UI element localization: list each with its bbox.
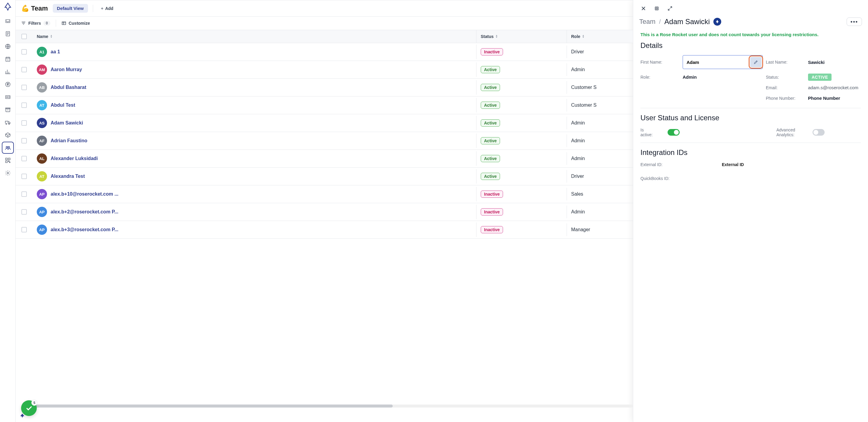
row-name[interactable]: Adrian Faustino [51, 138, 87, 144]
table-row[interactable]: AB Abdul Basharat Active Customer S [16, 79, 633, 96]
customize-label: Customize [69, 21, 90, 26]
email-value[interactable]: adam.s@roserocket.com [808, 85, 861, 90]
table-row[interactable]: AT Abdul Test Active Customer S [16, 96, 633, 114]
nav-id-icon[interactable] [2, 91, 14, 103]
sidebar-nav: 31 [0, 0, 16, 422]
row-checkbox[interactable] [22, 120, 27, 126]
row-name[interactable]: Alexander Luksidadi [51, 156, 98, 161]
row-checkbox[interactable] [22, 138, 27, 144]
divider [641, 108, 861, 108]
row-name[interactable]: Alexandra Test [51, 174, 85, 179]
row-checkbox[interactable] [22, 85, 27, 90]
row-checkbox[interactable] [22, 209, 27, 215]
table-row[interactable]: AP alex.b+2@roserocket.com P... Inactive… [16, 203, 633, 221]
quickbooks-row: QuickBooks ID: [641, 176, 861, 181]
horizontal-scrollbar[interactable] [33, 404, 633, 408]
table-row[interactable]: A1 aa 1 Inactive Driver [16, 43, 633, 61]
row-role: Admin [571, 209, 585, 215]
nav-settings-icon[interactable] [2, 167, 14, 179]
sort-icon: ▲▼ [50, 35, 53, 38]
first-name-field[interactable] [683, 55, 763, 69]
app-logo[interactable] [4, 2, 12, 11]
customize-button[interactable]: Customize [61, 21, 90, 26]
first-name-label: First Name: [641, 60, 680, 64]
quickbooks-label: QuickBooks ID: [641, 176, 710, 181]
title-avatar [713, 18, 721, 26]
row-checkbox[interactable] [22, 67, 27, 72]
table-row[interactable]: AL Alexander Luksidadi Active Admin [16, 150, 633, 168]
more-menu-button[interactable]: ••• [846, 18, 862, 26]
status-badge: ACTIVE [808, 73, 832, 81]
avatar: AP [37, 207, 47, 217]
table-row[interactable]: AM Aaron Murray Active Admin [16, 61, 633, 79]
first-name-input[interactable] [683, 57, 749, 68]
close-button[interactable] [639, 4, 648, 13]
svg-rect-18 [656, 8, 658, 9]
advanced-toggle[interactable] [812, 129, 825, 135]
nav-box-icon[interactable] [2, 129, 14, 141]
is-active-toggle[interactable] [668, 129, 680, 135]
add-button[interactable]: + Add [98, 4, 116, 13]
svg-rect-16 [62, 22, 66, 24]
status-pill: Inactive [481, 208, 503, 215]
nav-truck-icon[interactable] [2, 116, 14, 128]
row-role: Customer S [571, 85, 596, 90]
nav-calendar-icon[interactable]: 31 [2, 53, 14, 65]
status-pill: Active [481, 66, 500, 73]
expand-button[interactable] [666, 4, 674, 13]
filters-button[interactable]: Filters 0 [21, 21, 50, 26]
table-row[interactable]: AS Adam Sawicki Active Admin [16, 114, 633, 132]
nav-inbox-icon[interactable] [2, 15, 14, 27]
row-name[interactable]: alex.b+10@roserocket.com ... [51, 191, 119, 197]
row-checkbox[interactable] [22, 102, 27, 108]
col-role-header[interactable]: Role ▲▼ [567, 30, 633, 43]
nav-team-icon[interactable] [2, 142, 14, 154]
nav-money-icon[interactable] [2, 79, 14, 90]
svg-point-9 [8, 123, 9, 124]
external-id-value[interactable]: External ID [722, 162, 744, 167]
row-name[interactable]: Aaron Murray [51, 67, 82, 72]
nav-document-icon[interactable] [2, 28, 14, 40]
nav-globe-icon[interactable] [2, 40, 14, 53]
row-name[interactable]: alex.b+2@roserocket.com P... [51, 209, 119, 215]
table-row[interactable]: AT Alexandra Test Active Driver [16, 168, 633, 185]
filter-icon [21, 21, 26, 26]
breadcrumb-root[interactable]: Team [639, 18, 655, 26]
col-name-header[interactable]: Name ▲▼ [33, 30, 476, 43]
nav-chart-icon[interactable] [2, 66, 14, 78]
row-name[interactable]: alex.b+3@roserocket.com P... [51, 227, 119, 232]
row-checkbox[interactable] [22, 49, 27, 55]
status-pill: Active [481, 84, 500, 91]
row-checkbox[interactable] [22, 156, 27, 161]
corner-arrow-icon [19, 413, 25, 420]
panel-header: Team / Adam Sawicki ••• [633, 14, 868, 32]
last-name-value[interactable]: Sawicki [808, 60, 861, 65]
row-name[interactable]: Abdul Test [51, 102, 75, 108]
nav-qr-icon[interactable] [2, 154, 14, 167]
table-row[interactable]: AP alex.b+10@roserocket.com ... Inactive… [16, 185, 633, 203]
row-checkbox[interactable] [22, 191, 27, 197]
table-header: Name ▲▼ Status ▲▼ Role ▲▼ [16, 30, 633, 43]
row-role: Admin [571, 67, 585, 72]
role-value[interactable]: Admin [683, 74, 763, 80]
minimize-button[interactable] [652, 4, 661, 13]
table-row[interactable]: AF Adrian Faustino Active Admin [16, 132, 633, 150]
row-role: Admin [571, 156, 585, 161]
row-name[interactable]: Abdul Basharat [51, 85, 86, 90]
row-name[interactable]: aa 1 [51, 49, 60, 55]
status-pill: Active [481, 101, 500, 109]
edit-button[interactable] [750, 57, 762, 67]
table-row[interactable]: AP alex.b+3@roserocket.com P... Inactive… [16, 221, 633, 239]
row-checkbox[interactable] [22, 174, 27, 179]
phone-value[interactable]: Phone Number [808, 95, 861, 101]
select-all-checkbox[interactable] [22, 34, 27, 39]
view-selector[interactable]: Default View [53, 4, 88, 13]
team-table: Name ▲▼ Status ▲▼ Role ▲▼ A1 aa 1 Inacti… [16, 30, 633, 422]
avatar: A1 [37, 47, 47, 57]
external-id-row: External ID: External ID [641, 162, 861, 167]
col-status-header[interactable]: Status ▲▼ [476, 30, 567, 43]
panel-title: Adam Sawicki [664, 18, 710, 26]
nav-archive-icon[interactable] [2, 104, 14, 116]
row-checkbox[interactable] [22, 227, 27, 232]
row-name[interactable]: Adam Sawicki [51, 120, 83, 126]
